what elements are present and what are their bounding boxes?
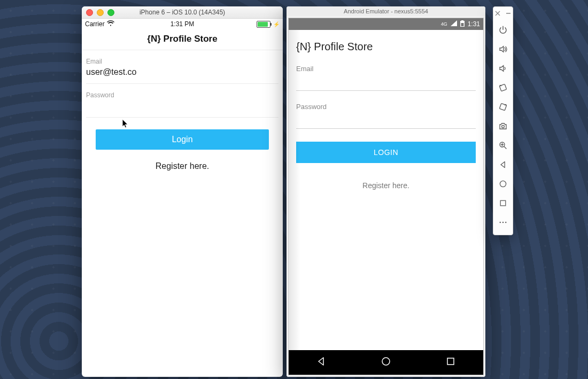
- screenshot-button[interactable]: [495, 117, 511, 135]
- android-emulator-window: Android Emulator - nexus5:5554 4G 1:31 {…: [287, 6, 485, 377]
- svg-point-7: [500, 181, 506, 187]
- svg-rect-8: [500, 200, 506, 206]
- register-link[interactable]: Register here.: [86, 161, 278, 171]
- toolbar-home-button[interactable]: [495, 175, 511, 193]
- power-button[interactable]: [495, 21, 511, 39]
- svg-point-10: [502, 222, 504, 223]
- nav-home-button[interactable]: [381, 356, 391, 369]
- password-label: Password: [296, 103, 476, 111]
- login-button[interactable]: Login: [96, 129, 269, 150]
- wifi-icon: [107, 20, 114, 28]
- battery-icon: [460, 20, 465, 28]
- svg-point-5: [502, 125, 505, 128]
- toolbar-back-button[interactable]: [495, 156, 511, 174]
- email-label: Email: [86, 58, 278, 65]
- svg-point-11: [505, 222, 506, 223]
- battery-icon: [257, 21, 270, 28]
- register-link[interactable]: Register here.: [296, 181, 476, 190]
- minimize-window-button[interactable]: [97, 9, 104, 16]
- zoom-button[interactable]: [495, 136, 511, 154]
- minimize-emulator-button[interactable]: [505, 10, 512, 17]
- emulator-side-toolbar: [493, 6, 513, 235]
- close-window-button[interactable]: [86, 9, 93, 16]
- svg-rect-2: [447, 358, 454, 365]
- close-emulator-button[interactable]: [494, 10, 501, 17]
- more-options-button[interactable]: [495, 213, 511, 231]
- charging-icon: ⚡: [273, 21, 280, 27]
- email-label: Email: [296, 65, 476, 73]
- password-field[interactable]: [86, 100, 278, 112]
- nav-back-button[interactable]: [316, 356, 327, 369]
- toolbar-recent-button[interactable]: [495, 194, 511, 212]
- signal-icon: [451, 20, 457, 28]
- volume-down-button[interactable]: [495, 59, 511, 78]
- password-field[interactable]: [296, 111, 476, 129]
- svg-point-1: [382, 358, 390, 365]
- volume-up-button[interactable]: [495, 40, 511, 58]
- zoom-window-button[interactable]: [107, 9, 114, 16]
- android-login-form: Email Password LOGIN Register here.: [289, 60, 483, 350]
- app-title: {N} Profile Store: [82, 29, 283, 50]
- email-field[interactable]: [86, 66, 152, 78]
- network-4g-label: 4G: [441, 21, 447, 27]
- nav-recent-button[interactable]: [445, 356, 456, 369]
- ios-window-titlebar[interactable]: iPhone 6 – iOS 10.0 (14A345): [82, 6, 283, 19]
- android-clock: 1:31: [468, 20, 480, 28]
- rotate-left-button[interactable]: [495, 79, 511, 97]
- app-title: {N} Profile Store: [289, 30, 483, 60]
- ios-status-bar: Carrier 1:31 PM ⚡: [82, 19, 283, 29]
- ios-simulator-window: iPhone 6 – iOS 10.0 (14A345) Carrier 1:3…: [82, 6, 283, 377]
- android-nav-bar: [289, 350, 483, 375]
- password-label: Password: [86, 91, 278, 99]
- email-field[interactable]: [296, 73, 476, 91]
- ios-login-form: Email Password Login Register here.: [82, 50, 283, 171]
- android-status-bar: 4G 1:31: [289, 18, 483, 30]
- carrier-label: Carrier: [85, 20, 105, 28]
- rotate-right-button[interactable]: [495, 98, 511, 116]
- mouse-cursor-icon: [122, 119, 129, 128]
- mac-stoplight: [82, 9, 114, 16]
- android-window-title[interactable]: Android Emulator - nexus5:5554: [287, 6, 485, 17]
- svg-rect-0: [461, 23, 463, 26]
- login-button[interactable]: LOGIN: [296, 142, 476, 163]
- svg-point-9: [500, 222, 501, 223]
